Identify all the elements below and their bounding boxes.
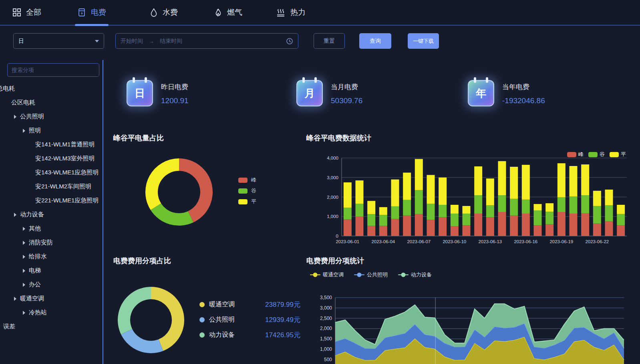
fee-item-stacked-area-chart[interactable]: 5001,0001,5002,0002,5003,0003,500 xyxy=(306,280,640,364)
range-arrow: → xyxy=(149,38,154,44)
tree-item[interactable]: 公共照明 xyxy=(0,110,103,124)
donut2-legend: 暖通空调 23879.99元 公共照明 12939.49元 动力设备 17426… xyxy=(199,300,300,346)
tree-expand-caret-icon[interactable] xyxy=(23,269,25,273)
tree-item[interactable]: 安141-WLM1普通照明 xyxy=(0,138,103,152)
tree-item[interactable]: 暖通空调 xyxy=(0,292,103,306)
legend-label: 公共照明 xyxy=(209,316,235,324)
tree-expand-caret-icon[interactable] xyxy=(23,283,25,287)
svg-text:2023-06-16: 2023-06-16 xyxy=(514,239,537,244)
download-button[interactable]: 一键下载 xyxy=(408,33,439,49)
legend-item[interactable]: 峰 xyxy=(238,177,256,183)
tab-label: 电费 xyxy=(91,7,106,18)
grid-icon xyxy=(12,8,21,17)
electric-meter-icon xyxy=(77,8,86,17)
tree-item[interactable]: 办公 xyxy=(0,278,103,292)
tab-all[interactable]: 全部 xyxy=(12,0,41,25)
peak-valley-donut-chart[interactable] xyxy=(144,157,214,227)
tree-item[interactable]: 动力设备 xyxy=(0,208,103,222)
tree-item[interactable]: 电梯 xyxy=(0,264,103,278)
tree-expand-caret-icon[interactable] xyxy=(23,311,25,315)
tree-expand-caret-icon[interactable] xyxy=(23,255,25,259)
legend-item[interactable]: 公共照明 12939.49元 xyxy=(199,315,300,324)
legend-item[interactable]: 平 xyxy=(238,199,256,204)
legend-value: 17426.95元 xyxy=(265,330,300,340)
tree-item[interactable]: 安142-WLM3室外照明 xyxy=(0,152,103,166)
tree-expand-caret-icon[interactable] xyxy=(14,115,16,119)
tab-electricity[interactable]: 电费 xyxy=(77,0,106,25)
tree-expand-caret-icon[interactable] xyxy=(23,241,25,245)
query-button[interactable]: 查询 xyxy=(359,33,391,49)
legend-item[interactable]: 暖通空调 23879.99元 xyxy=(199,300,300,309)
tree-item-label: 安143-WLME1应急照明 xyxy=(35,169,99,176)
calendar-char: 月 xyxy=(304,86,315,100)
legend-item[interactable]: 谷 xyxy=(238,188,256,194)
tab-gas[interactable]: 燃气 xyxy=(214,0,242,25)
fee-item-donut-chart[interactable] xyxy=(117,286,185,354)
tree-item[interactable]: 误差 xyxy=(0,320,103,334)
tree-item[interactable]: 安21-WLM2车间照明 xyxy=(0,180,103,194)
legend-dot xyxy=(199,332,205,338)
tab-label: 全部 xyxy=(26,7,41,18)
tree-item[interactable]: 给排水 xyxy=(0,250,103,264)
svg-text:2,000: 2,000 xyxy=(327,195,338,200)
tree-expand-caret-icon[interactable] xyxy=(23,227,25,231)
peak-valley-stacked-bar-chart[interactable]: 01,0002,0003,0004,0002023-06-012023-06-0… xyxy=(306,144,640,244)
legend-swatch xyxy=(238,178,248,183)
chevron-down-icon xyxy=(95,40,99,42)
stat-label: 当月电费 xyxy=(331,82,362,92)
legend-item[interactable]: 动力设备 17426.95元 xyxy=(199,330,300,339)
category-tree: 总电耗公区电耗公共照明照明安141-WLM1普通照明安142-WLM3室外照明安… xyxy=(0,82,103,334)
calendar-char: 年 xyxy=(476,86,486,100)
legend-item[interactable]: 暖通空调 xyxy=(310,271,344,278)
legend-item[interactable]: 动力设备 xyxy=(398,271,432,278)
legend-label: 动力设备 xyxy=(411,271,432,278)
svg-text:2023-06-10: 2023-06-10 xyxy=(443,239,466,244)
svg-text:500: 500 xyxy=(324,357,332,362)
sidebar-divider[interactable] xyxy=(103,60,103,364)
legend-label: 暖通空调 xyxy=(209,300,235,309)
tab-label: 热力 xyxy=(290,7,306,18)
date-end-placeholder: 结束时间 xyxy=(160,38,182,45)
tree-expand-caret-icon[interactable] xyxy=(23,129,25,133)
tree-item-label: 消防安防 xyxy=(29,239,53,246)
svg-text:2,000: 2,000 xyxy=(320,326,332,331)
chart-title-item-area: 电费费用分项统计 xyxy=(306,256,364,266)
legend-item[interactable]: 公共照明 xyxy=(354,271,388,278)
search-input[interactable] xyxy=(7,63,99,77)
tab-heat[interactable]: 热力 xyxy=(276,0,306,25)
tree-item[interactable]: 冷热站 xyxy=(0,306,103,320)
tree-item[interactable]: 安221-WLME1应急照明 xyxy=(0,194,103,208)
calendar-ring xyxy=(302,77,305,83)
tree-item[interactable]: 其他 xyxy=(0,222,103,236)
reset-button[interactable]: 重置 xyxy=(314,33,345,49)
chart-title-item-pie: 电费费用分项占比 xyxy=(113,256,171,266)
stat-label: 当年电费 xyxy=(502,82,545,92)
svg-text:2023-06-01: 2023-06-01 xyxy=(336,239,359,244)
month-calendar-icon: 月 xyxy=(296,80,323,106)
tree-item[interactable]: 公区电耗 xyxy=(0,96,103,110)
tree-item[interactable]: 总电耗 xyxy=(0,82,103,96)
legend-label: 谷 xyxy=(251,187,256,194)
period-select[interactable]: 日 xyxy=(13,33,104,49)
app-root: 全部 电费 水费 xyxy=(0,0,640,364)
tree-item-label: 安142-WLM3室外照明 xyxy=(35,155,95,162)
date-range-picker[interactable]: 开始时间 → 结束时间 xyxy=(115,33,298,49)
svg-text:1,500: 1,500 xyxy=(320,336,332,342)
svg-text:2023-06-04: 2023-06-04 xyxy=(371,239,395,244)
tree-item[interactable]: 安143-WLME1应急照明 xyxy=(0,166,103,180)
stat-value: -1932046.86 xyxy=(502,96,545,105)
svg-text:2023-06-07: 2023-06-07 xyxy=(407,239,431,244)
water-drop-icon xyxy=(150,8,158,17)
tree-item-label: 照明 xyxy=(29,127,41,134)
calendar-ring xyxy=(145,77,147,83)
tree-expand-caret-icon[interactable] xyxy=(14,297,16,301)
heat-icon xyxy=(276,8,286,17)
svg-text:4,000: 4,000 xyxy=(327,156,338,160)
tree-item[interactable]: 照明 xyxy=(0,124,103,138)
tab-label: 水费 xyxy=(163,7,178,18)
tree-expand-caret-icon[interactable] xyxy=(14,213,16,217)
tree-item[interactable]: 消防安防 xyxy=(0,236,103,250)
tab-water[interactable]: 水费 xyxy=(150,0,178,25)
tree-item-label: 给排水 xyxy=(29,253,47,260)
svg-text:2023-06-22: 2023-06-22 xyxy=(585,239,609,244)
